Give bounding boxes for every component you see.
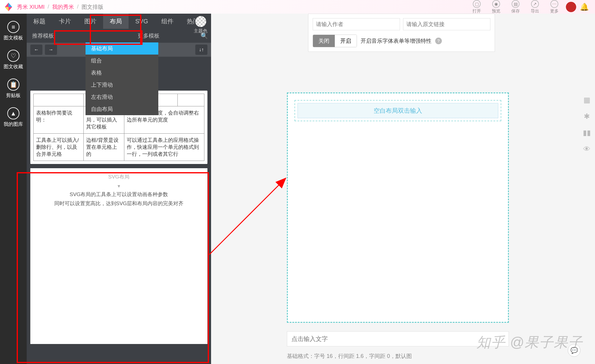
app-logo [4,2,13,12]
avatar-area: 🔔 [566,2,589,12]
author-input[interactable] [313,18,400,30]
theme-color-picker[interactable]: 主题色 [194,16,207,34]
bell-icon[interactable]: 🔔 [580,3,589,11]
breadcrumb-brand[interactable]: 秀米 XIUMI [17,3,45,11]
breadcrumb-mine[interactable]: 我的秀米 [52,3,74,11]
dropdown-combo[interactable]: 组合 [86,55,158,67]
format-status: 基础格式：字号 16，行间距 1.6，字间距 0，默认图 [287,352,412,360]
more-icon: ⋯ [550,0,558,8]
tab-title[interactable]: 标题 [27,14,52,29]
template-svg-sample[interactable]: SVG布局 ▼ SVG布局的工具条上可以设置动画各种参数 同时可以设置宽高比，达… [30,168,207,344]
breadcrumb-page: 图文排版 [82,3,103,11]
chevron-down-icon: ▼ [35,182,203,190]
tab-component[interactable]: 组件 [155,14,180,29]
sort-icon: ↓↑ [199,47,204,52]
svg-sample-title: SVG布局 [35,172,203,182]
nav-back-button[interactable]: ← [30,45,42,55]
sidebar-gallery[interactable]: ▲我的图库 [0,103,27,132]
subtab-more[interactable]: 更多模板 [132,29,165,43]
heart-icon: ♡ [7,50,19,62]
eye-icon: 👁 [583,145,590,153]
blank-layout-field[interactable]: 空白布局双击输入 [298,103,498,118]
top-actions: ▢打开 ◉预览 ▤保存 ↗导出 ⋯更多 [472,0,559,14]
sort-button[interactable]: ↓↑ [195,45,207,55]
chart-icon: ▮▮ [583,129,591,137]
breadcrumb: 秀米 XIUMI / 我的秀米 / 图文排版 [16,3,105,11]
help-float-button[interactable]: 💬 [568,344,580,357]
dropdown-free[interactable]: 自由布局 [86,103,158,115]
dropdown-vscroll[interactable]: 上下滑动 [86,79,158,91]
arrow-right-icon: → [49,47,53,52]
template-content: — 表格制作简要说明： 单元格是个布局，可以插入其它模板 修改单元格宽度，会自动… [27,75,211,348]
user-avatar[interactable] [566,2,576,12]
sub-tabs: 推荐模板 更多模板 🔍 [27,29,211,43]
sidebar-favorites[interactable]: ♡图文收藏 [0,45,27,74]
image-icon: ▲ [7,107,19,119]
tab-layout[interactable]: 布局 [103,14,129,29]
tab-card[interactable]: 卡片 [52,14,78,29]
main-tabs: 标题 卡片 图片 布局 SVG 组件 热门 主题色 [27,14,211,29]
canvas-inner: 空白布局双击输入 [294,100,501,121]
top-header: 秀米 XIUMI / 我的秀米 / 图文排版 ▢打开 ◉预览 ▤保存 ↗导出 ⋯… [0,0,595,14]
right-tools: ▦ ✱ ▮▮ 👁 [582,95,591,154]
source-link-input[interactable] [403,18,490,30]
dropdown-table[interactable]: 表格 [86,67,158,79]
grid-tool[interactable]: ▦ [582,95,591,105]
sidebar-clipboard[interactable]: 📋剪贴板 [0,74,27,103]
tab-svg[interactable]: SVG [129,14,155,29]
toggle-close[interactable]: 关闭 [313,35,335,47]
grid-icon: ▦ [583,96,590,104]
tab-image[interactable]: 图片 [78,14,103,29]
help-icon[interactable]: ? [435,38,442,44]
layout-dropdown: 基础布局 组合 表格 上下滑动 左右滑动 自由布局 [86,42,158,115]
export-button[interactable]: ↗导出 [531,0,539,14]
enhance-toggle: 关闭 开启 [313,35,357,47]
table-cell: 可以通过工具条上的应用格式操作，快速应用一个单元的格式到一行，一列或者其它行 [124,134,204,161]
enhance-label: 开启音乐字体表单等增强特性 [361,37,432,45]
svg-sample-line2: 同时可以设置宽高比，达到SVG层和布局内容的完美对齐 [35,199,203,209]
preview-tool[interactable]: 👁 [582,145,591,154]
editor-area: 关闭 开启 开启音乐字体表单等增强特性 ? 空白布局双击输入 ▦ ✱ ▮▮ 👁 … [211,14,595,364]
subtab-recommend[interactable]: 推荐模板 [27,29,59,43]
folder-icon: ▢ [473,0,481,8]
clipboard-icon: 📋 [7,78,19,91]
svg-sample-line1: SVG布局的工具条上可以设置动画各种参数 [35,190,203,199]
export-icon: ↗ [531,0,539,8]
sidebar-templates[interactable]: ≡图文模板 [0,17,27,45]
article-meta-box: 关闭 开启 开启音乐字体表单等增强特性 ? [308,14,495,52]
preview-button[interactable]: ◉预览 [492,0,500,14]
canvas-wrap: 空白布局双击输入 [287,92,509,323]
gear-tool[interactable]: ✱ [582,112,591,121]
checker-icon [195,16,206,27]
canvas-container[interactable]: 空白布局双击输入 [287,92,509,323]
eye-icon: ◉ [492,0,500,8]
save-button[interactable]: ▤保存 [511,0,520,14]
chat-icon: 💬 [570,347,578,354]
nav-forward-button[interactable]: → [45,45,57,55]
dropdown-basic-layout[interactable]: 基础布局 [86,42,158,55]
menu-icon: ≡ [7,21,19,33]
bottom-input-wrap [287,331,509,346]
gear-icon: ✱ [584,112,590,121]
open-button[interactable]: ▢打开 [472,0,481,14]
toggle-open[interactable]: 开启 [335,35,357,47]
save-icon: ▤ [512,0,519,8]
dropdown-hscroll[interactable]: 左右滑动 [86,91,158,103]
arrow-left-icon: ← [34,47,39,52]
table-cell: 表格制作简要说明： [34,106,84,134]
template-panel: 标题 卡片 图片 布局 SVG 组件 热门 主题色 推荐模板 更多模板 🔍 ← … [27,14,211,364]
chart-tool[interactable]: ▮▮ [582,128,591,137]
text-input[interactable] [287,331,509,346]
left-sidebar: ≡图文模板 ♡图文收藏 📋剪贴板 ▲我的图库 [0,14,27,364]
table-cell: 工具条上可以插入/删除行、列，以及合并单元格 [34,134,84,161]
table-cell: 边框/背景是设置在单元格上的 [84,134,124,161]
more-button[interactable]: ⋯更多 [550,0,559,14]
